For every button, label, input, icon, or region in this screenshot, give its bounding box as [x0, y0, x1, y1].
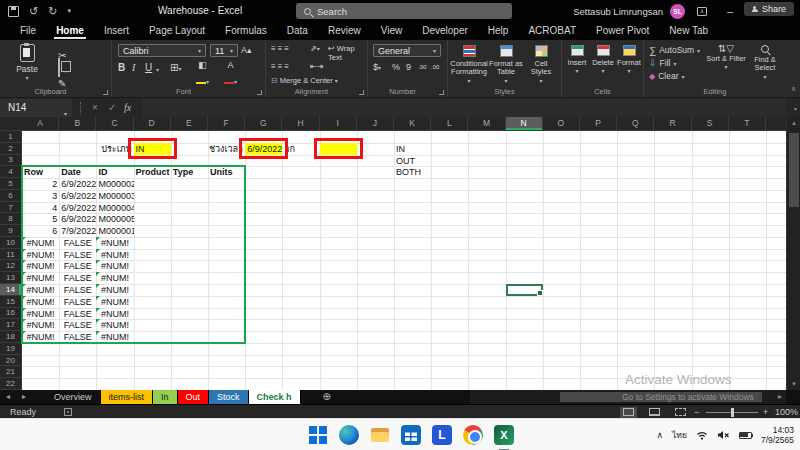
paste-button[interactable]: Paste ▾: [8, 44, 46, 81]
edge-icon[interactable]: [337, 423, 361, 447]
ribbon-tab[interactable]: Page Layout: [139, 22, 215, 40]
ribbon-tab[interactable]: Data: [277, 22, 318, 40]
column-header-C[interactable]: C: [96, 117, 133, 130]
normal-view-button[interactable]: [620, 407, 637, 418]
column-header-Q[interactable]: Q: [617, 117, 654, 130]
find-select-button[interactable]: Find & Select▾: [746, 45, 784, 81]
format-as-table-button[interactable]: Format as Table▾: [488, 45, 524, 85]
undo-icon[interactable]: ↺: [29, 0, 38, 22]
formula-input[interactable]: [142, 99, 786, 117]
wrap-text-button[interactable]: ↩ Wrap Text: [328, 44, 367, 62]
ribbon-tab[interactable]: Formulas: [215, 22, 277, 40]
ribbon-tab[interactable]: Insert: [94, 22, 139, 40]
search-input[interactable]: Search: [296, 3, 512, 19]
comma-style-button[interactable]: 9: [406, 62, 411, 72]
avatar[interactable]: SL: [670, 4, 685, 19]
horizontal-align-buttons[interactable]: ≡≡≡: [271, 62, 291, 71]
ribbon-tab[interactable]: Help: [478, 22, 519, 40]
column-header-M[interactable]: M: [468, 117, 505, 130]
microsoft-store-icon[interactable]: [399, 423, 423, 447]
grow-font-button[interactable]: A▴: [241, 45, 252, 55]
save-icon[interactable]: [8, 6, 19, 17]
cell-styles-button[interactable]: Cell Styles▾: [524, 45, 558, 85]
column-header-I[interactable]: I: [320, 117, 357, 130]
scroll-down-icon[interactable]: ▾: [787, 380, 800, 388]
sheet-tab[interactable]: Overview: [46, 390, 101, 404]
sheet-nav-right-icon[interactable]: ▸: [16, 390, 32, 404]
volume-muted-icon[interactable]: [717, 430, 730, 440]
share-button[interactable]: Share: [744, 2, 794, 16]
column-header-N[interactable]: N: [506, 117, 543, 130]
accounting-format-button[interactable]: $▾: [373, 62, 381, 72]
scroll-up-icon[interactable]: ▴: [787, 119, 800, 127]
italic-button[interactable]: I: [132, 62, 135, 73]
zoom-slider-thumb[interactable]: [731, 408, 734, 417]
borders-button[interactable]: ⊞▾: [170, 62, 181, 73]
orientation-button[interactable]: ⇗▾: [310, 44, 320, 53]
indent-buttons[interactable]: ⇤⇥: [310, 62, 323, 71]
confirm-entry-icon[interactable]: ✓: [108, 98, 116, 118]
start-button-icon[interactable]: [306, 423, 330, 447]
format-cells-button[interactable]: Format▾: [616, 45, 642, 76]
page-break-view-button[interactable]: [672, 407, 689, 418]
column-header-S[interactable]: S: [692, 117, 729, 130]
column-header-L[interactable]: L: [431, 117, 468, 130]
font-color-button[interactable]: A▾: [224, 61, 237, 88]
ribbon-display-options-button[interactable]: ∧: [688, 0, 716, 22]
language-indicator[interactable]: ไทย: [672, 428, 687, 442]
ribbon-tab[interactable]: Review: [318, 22, 371, 40]
ribbon-tab[interactable]: Home: [46, 22, 94, 40]
insert-cells-button[interactable]: Insert▾: [564, 45, 590, 76]
fill-button[interactable]: ⇩ Fill ▾: [649, 57, 676, 69]
merge-center-button[interactable]: ⊟ Merge & Center ▾: [271, 76, 338, 85]
vertical-scroll-thumb[interactable]: [789, 133, 799, 207]
vertical-align-buttons[interactable]: ≡≡≡: [271, 44, 291, 53]
fill-color-button[interactable]: ◧▾: [196, 61, 209, 88]
number-dialog-launcher[interactable]: [439, 90, 444, 95]
zoom-in-icon[interactable]: +: [763, 405, 768, 419]
expand-formula-bar-icon[interactable]: ▾: [794, 105, 797, 112]
ribbon-tab[interactable]: Power Pivot: [586, 22, 659, 40]
autosum-button[interactable]: ∑ AutoSum ▾: [649, 44, 700, 56]
excel-taskbar-icon[interactable]: [492, 423, 516, 447]
cell-K4[interactable]: BOTH: [394, 166, 431, 178]
font-dialog-launcher[interactable]: [257, 90, 262, 95]
file-explorer-icon[interactable]: [368, 423, 392, 447]
vertical-scrollbar[interactable]: ▴ ▾: [786, 117, 800, 390]
underline-button[interactable]: U: [145, 62, 152, 73]
bold-button[interactable]: B: [118, 62, 125, 73]
column-header-D[interactable]: D: [134, 117, 171, 130]
customize-qat-icon[interactable]: ▾: [67, 0, 71, 22]
column-header-O[interactable]: O: [543, 117, 580, 130]
decrease-decimal-button[interactable]: .00: [431, 64, 439, 70]
clock[interactable]: 14:03 7/9/2565: [761, 425, 794, 445]
page-layout-view-button[interactable]: [646, 407, 663, 418]
battery-icon[interactable]: [739, 432, 752, 439]
column-header-F[interactable]: F: [208, 117, 245, 130]
column-header-G[interactable]: G: [245, 117, 282, 130]
column-header-A[interactable]: A: [22, 117, 59, 130]
cell-K3[interactable]: OUT: [394, 155, 431, 167]
ribbon-tab[interactable]: File: [10, 22, 46, 40]
clear-button[interactable]: ◆ Clear ▾: [649, 70, 684, 82]
column-header-H[interactable]: H: [282, 117, 319, 130]
line-app-icon[interactable]: [430, 423, 454, 447]
wifi-icon[interactable]: [696, 430, 708, 440]
name-box[interactable]: N14▾: [0, 99, 72, 117]
clipboard-dialog-launcher[interactable]: [103, 90, 108, 95]
increase-decimal-button[interactable]: .00: [418, 64, 426, 70]
zoom-level[interactable]: 100%: [775, 405, 798, 419]
column-header-B[interactable]: B: [59, 117, 96, 130]
ribbon-tab[interactable]: Developer: [412, 22, 478, 40]
font-name-select[interactable]: Calibri▾: [118, 44, 206, 57]
sheet-nav-left-icon[interactable]: ◂: [0, 390, 16, 404]
sort-filter-button[interactable]: ⇅▽ Sort & Filter▾: [706, 45, 746, 72]
insert-function-icon[interactable]: fx: [124, 98, 131, 118]
chrome-icon[interactable]: [461, 423, 485, 447]
number-format-select[interactable]: General▾: [373, 44, 441, 57]
sheet-tab[interactable]: In: [153, 390, 178, 404]
cell-F2[interactable]: ช่วงเวลา: [171, 143, 245, 155]
collapse-ribbon-icon[interactable]: ∧: [791, 85, 796, 93]
redo-icon[interactable]: ↻: [48, 0, 57, 22]
macro-record-icon[interactable]: [64, 408, 72, 416]
